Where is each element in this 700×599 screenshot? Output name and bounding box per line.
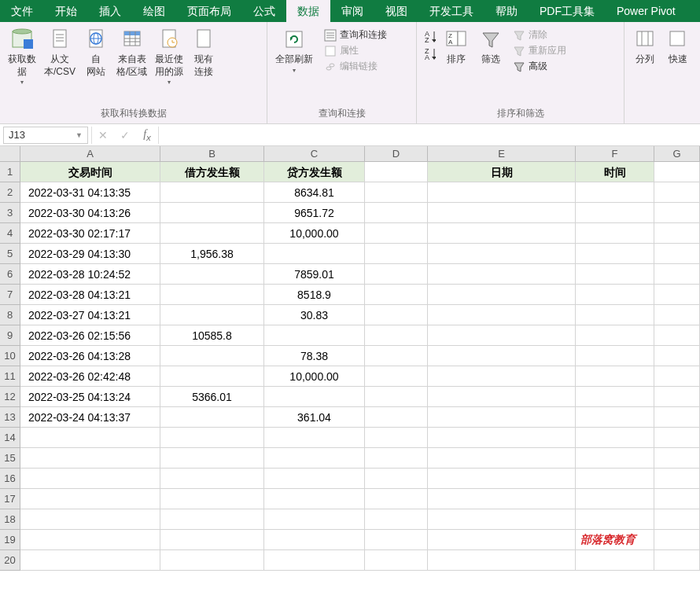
cell[interactable]: 5366.01 bbox=[160, 387, 264, 407]
cell[interactable] bbox=[654, 203, 700, 223]
cell[interactable] bbox=[160, 489, 264, 509]
menu-tab-10[interactable]: 帮助 bbox=[484, 0, 529, 22]
cell[interactable] bbox=[576, 550, 654, 571]
name-box[interactable]: J13 ▼ bbox=[3, 127, 88, 144]
cell[interactable] bbox=[365, 223, 428, 244]
cell[interactable] bbox=[160, 469, 264, 489]
advanced-filter-button[interactable]: 高级 bbox=[510, 60, 569, 74]
cell[interactable]: 361.04 bbox=[264, 407, 365, 428]
formula-input[interactable] bbox=[158, 127, 700, 144]
cell[interactable] bbox=[576, 509, 654, 530]
row-header[interactable]: 5 bbox=[0, 244, 20, 264]
cell[interactable] bbox=[654, 162, 700, 182]
cell[interactable] bbox=[654, 223, 700, 244]
cell[interactable] bbox=[428, 366, 576, 387]
cell[interactable] bbox=[654, 530, 700, 550]
cell[interactable] bbox=[264, 448, 365, 469]
cell[interactable]: 10,000.00 bbox=[264, 366, 365, 387]
cell[interactable] bbox=[160, 305, 264, 325]
clear-filter-button[interactable]: 清除 bbox=[510, 28, 569, 42]
cell[interactable] bbox=[365, 530, 428, 550]
menu-tab-3[interactable]: 绘图 bbox=[132, 0, 176, 22]
cell[interactable] bbox=[576, 346, 654, 366]
column-header-E[interactable]: E bbox=[428, 146, 576, 161]
cell[interactable]: 交易时间 bbox=[20, 162, 160, 182]
cell[interactable] bbox=[428, 428, 576, 448]
cell[interactable] bbox=[576, 387, 654, 407]
cell[interactable] bbox=[365, 244, 428, 264]
cell[interactable]: 7859.01 bbox=[264, 264, 365, 285]
cell[interactable] bbox=[428, 182, 576, 203]
cell[interactable] bbox=[576, 469, 654, 489]
cell[interactable] bbox=[654, 407, 700, 428]
cell[interactable] bbox=[428, 346, 576, 366]
cell[interactable]: 30.83 bbox=[264, 305, 365, 325]
cell[interactable]: 2022-03-24 04:13:37 bbox=[20, 407, 160, 428]
cell[interactable] bbox=[365, 264, 428, 285]
cell[interactable]: 10,000.00 bbox=[264, 223, 365, 244]
cell[interactable] bbox=[365, 489, 428, 509]
row-header[interactable]: 8 bbox=[0, 305, 20, 325]
menu-tab-4[interactable]: 页面布局 bbox=[176, 0, 242, 22]
cell[interactable] bbox=[428, 469, 576, 489]
properties-button[interactable]: 属性 bbox=[321, 44, 390, 58]
cell[interactable]: 8518.9 bbox=[264, 285, 365, 305]
cell[interactable]: 2022-03-28 04:13:21 bbox=[20, 285, 160, 305]
cell[interactable] bbox=[20, 469, 160, 489]
cell[interactable]: 2022-03-29 04:13:30 bbox=[20, 244, 160, 264]
cell[interactable] bbox=[654, 509, 700, 530]
filter-button[interactable]: 筛选 bbox=[475, 25, 507, 68]
cell[interactable] bbox=[576, 203, 654, 223]
cell[interactable] bbox=[654, 182, 700, 203]
cell[interactable] bbox=[428, 325, 576, 346]
cell[interactable]: 2022-03-30 02:17:17 bbox=[20, 223, 160, 244]
flash-fill-button[interactable]: 快速 bbox=[662, 25, 694, 68]
cell[interactable]: 2022-03-27 04:13:21 bbox=[20, 305, 160, 325]
menu-tab-0[interactable]: 文件 bbox=[0, 0, 44, 22]
cell[interactable] bbox=[365, 182, 428, 203]
cell[interactable] bbox=[576, 305, 654, 325]
cell[interactable] bbox=[654, 428, 700, 448]
cell[interactable] bbox=[365, 407, 428, 428]
cell[interactable] bbox=[160, 509, 264, 530]
cell[interactable] bbox=[576, 489, 654, 509]
cell[interactable]: 2022-03-25 04:13:24 bbox=[20, 387, 160, 407]
cell[interactable] bbox=[264, 387, 365, 407]
row-header[interactable]: 1 bbox=[0, 162, 20, 182]
cell[interactable] bbox=[160, 264, 264, 285]
row-header[interactable]: 4 bbox=[0, 223, 20, 244]
refresh-all-button[interactable]: 全部刷新 ▾ bbox=[272, 25, 316, 76]
cell[interactable] bbox=[20, 428, 160, 448]
row-header[interactable]: 14 bbox=[0, 428, 20, 448]
sort-asc-icon[interactable]: AZ bbox=[423, 30, 436, 42]
cell[interactable]: 时间 bbox=[576, 162, 654, 182]
row-header[interactable]: 7 bbox=[0, 285, 20, 305]
cell[interactable] bbox=[576, 264, 654, 285]
menu-tab-5[interactable]: 公式 bbox=[242, 0, 286, 22]
cell[interactable]: 2022-03-28 10:24:52 bbox=[20, 264, 160, 285]
cell[interactable] bbox=[576, 428, 654, 448]
cell[interactable] bbox=[654, 448, 700, 469]
row-header[interactable]: 6 bbox=[0, 264, 20, 285]
cell[interactable] bbox=[160, 550, 264, 571]
row-header[interactable]: 13 bbox=[0, 407, 20, 428]
cell[interactable] bbox=[428, 530, 576, 550]
cell[interactable] bbox=[576, 325, 654, 346]
cell[interactable] bbox=[160, 448, 264, 469]
cell[interactable]: 2022-03-26 02:42:48 bbox=[20, 366, 160, 387]
cell[interactable] bbox=[160, 366, 264, 387]
cell[interactable] bbox=[428, 264, 576, 285]
cell[interactable] bbox=[365, 203, 428, 223]
menu-tab-12[interactable]: Power Pivot bbox=[606, 0, 687, 22]
cell[interactable] bbox=[428, 203, 576, 223]
cell[interactable] bbox=[576, 448, 654, 469]
cell[interactable] bbox=[20, 550, 160, 571]
menu-tab-2[interactable]: 插入 bbox=[88, 0, 132, 22]
column-header-F[interactable]: F bbox=[576, 146, 654, 161]
cell[interactable]: 9651.72 bbox=[264, 203, 365, 223]
cell[interactable]: 1,956.38 bbox=[160, 244, 264, 264]
cell[interactable]: 10585.8 bbox=[160, 325, 264, 346]
cell[interactable]: 78.38 bbox=[264, 346, 365, 366]
cell[interactable] bbox=[428, 285, 576, 305]
row-header[interactable]: 11 bbox=[0, 366, 20, 387]
